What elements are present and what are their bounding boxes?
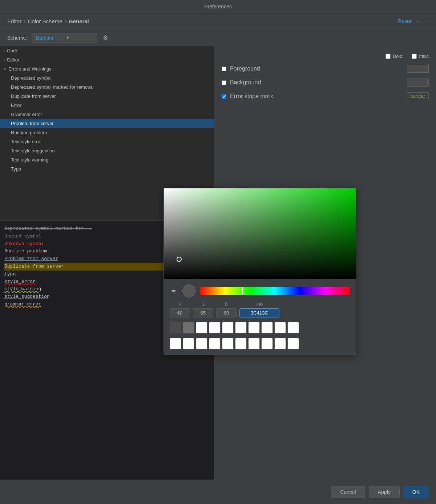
ok-button[interactable]: OK xyxy=(403,486,429,498)
nav-arrows: ← → xyxy=(415,18,429,24)
bold-checkbox[interactable] xyxy=(385,54,391,59)
reset-button[interactable]: Reset xyxy=(398,18,411,24)
swatch-row-2 xyxy=(170,338,350,349)
tree-label-text-style-warning: Text style warning xyxy=(11,157,48,163)
tree-label-typo: Typo xyxy=(11,166,21,172)
swatch-row2-8[interactable] xyxy=(261,338,273,349)
brightness-layer xyxy=(164,188,356,279)
hex-channel-group: Hex xyxy=(239,302,279,317)
error-stripe-value: 3C413C xyxy=(411,94,425,99)
breadcrumb-bar: Editor › Color Scheme › General Reset ← … xyxy=(0,13,436,29)
swatch-row2-5[interactable] xyxy=(222,338,234,349)
tree-label-problem-from-server: Problem from server xyxy=(11,121,54,126)
b-input[interactable] xyxy=(216,308,237,317)
error-stripe-swatch[interactable]: 3C413C xyxy=(407,92,429,100)
breadcrumb-color-scheme[interactable]: Color Scheme xyxy=(28,18,62,24)
scheme-dropdown[interactable]: Darcula ▼ xyxy=(32,33,97,43)
tree-item-grammar-error[interactable]: Grammar error xyxy=(0,110,214,119)
italic-label: Italic xyxy=(419,53,429,59)
breadcrumb-general[interactable]: General xyxy=(69,18,89,24)
swatch-white-3[interactable] xyxy=(222,322,234,333)
nav-forward-button[interactable]: → xyxy=(423,18,429,24)
foreground-color-swatch[interactable] xyxy=(407,65,429,73)
swatch-dark-gray[interactable] xyxy=(170,322,181,333)
expand-icon-code: › xyxy=(4,49,5,53)
gear-button[interactable]: ⚙ xyxy=(101,33,109,43)
background-checkbox[interactable] xyxy=(222,80,226,85)
picker-controls: ✒ R G B xyxy=(164,279,356,355)
swatch-white-7[interactable] xyxy=(274,322,286,333)
tree-item-text-style-warning[interactable]: Text style warning xyxy=(0,155,214,164)
scheme-label: Scheme: xyxy=(7,35,27,41)
error-stripe-label: Error stripe mark xyxy=(230,93,273,100)
hex-label: Hex xyxy=(255,302,263,307)
tree-item-duplicate-server[interactable]: Duplicate from server xyxy=(0,92,214,101)
swatch-row2-10[interactable] xyxy=(287,338,299,349)
swatch-row2-3[interactable] xyxy=(196,338,207,349)
swatch-row-1 xyxy=(170,322,350,333)
foreground-checkbox[interactable] xyxy=(222,67,226,71)
breadcrumb-sep-1: › xyxy=(24,18,25,24)
picker-row2: R G B Hex xyxy=(170,302,350,317)
swatch-white-2[interactable] xyxy=(209,322,221,333)
tree-item-deprecated-removal[interactable]: Deprecated symbol marked for removal xyxy=(0,83,214,92)
apply-button[interactable]: Apply xyxy=(369,486,400,498)
tree-label-error: Error xyxy=(11,103,21,108)
bold-label: Bold xyxy=(393,53,402,59)
swatch-white-8[interactable] xyxy=(287,322,299,333)
swatch-row2-7[interactable] xyxy=(248,338,260,349)
tree-item-errors-warnings[interactable]: ∨ Errors and Warnings xyxy=(0,64,214,73)
bold-checkbox-label[interactable]: Bold xyxy=(385,53,402,59)
foreground-label: Foreground xyxy=(230,65,260,72)
swatch-white-4[interactable] xyxy=(235,322,247,333)
color-gradient-canvas[interactable] xyxy=(164,188,356,279)
italic-checkbox[interactable] xyxy=(412,54,417,59)
swatch-row2-1[interactable] xyxy=(170,338,181,349)
swatch-row2-9[interactable] xyxy=(274,338,286,349)
titlebar: Preferences xyxy=(0,0,436,13)
hue-slider[interactable] xyxy=(200,287,350,295)
g-input[interactable] xyxy=(193,308,213,317)
tree-item-editor[interactable]: › Editor xyxy=(0,55,214,64)
scheme-value: Darcula xyxy=(36,35,63,41)
r-input[interactable] xyxy=(170,308,190,317)
r-label: R xyxy=(178,302,182,307)
tree-item-problem-from-server[interactable]: Problem from server xyxy=(0,119,214,128)
swatch-row2-2[interactable] xyxy=(183,338,194,349)
background-color-swatch[interactable] xyxy=(407,79,429,87)
b-label: B xyxy=(225,302,228,307)
tree-item-typo[interactable]: Typo xyxy=(0,164,214,173)
g-label: G xyxy=(201,302,205,307)
italic-checkbox-label[interactable]: Italic xyxy=(412,53,429,59)
hex-input[interactable] xyxy=(239,308,279,317)
breadcrumb-sep-2: › xyxy=(65,18,66,24)
hue-triangle-marker xyxy=(327,188,334,189)
cancel-button[interactable]: Cancel xyxy=(331,486,365,498)
swatch-white-6[interactable] xyxy=(261,322,273,333)
scheme-row: Scheme: Darcula ▼ ⚙ xyxy=(0,29,436,46)
error-stripe-checkbox[interactable] xyxy=(222,94,226,99)
tree-item-deprecated-symbol[interactable]: Deprecated symbol xyxy=(0,73,214,83)
tree-label-deprecated-removal: Deprecated symbol marked for removal xyxy=(11,84,94,90)
tree-item-code[interactable]: › Code xyxy=(0,46,214,55)
swatch-row2-6[interactable] xyxy=(235,338,247,349)
foreground-row: Foreground xyxy=(222,65,429,73)
r-channel-group: R xyxy=(170,302,190,317)
tree-label-grammar-error: Grammar error xyxy=(11,112,42,117)
tree-label-duplicate-server: Duplicate from server xyxy=(11,93,56,99)
tree-item-runtime-problem[interactable]: Runtime problem xyxy=(0,128,214,137)
eyedropper-button[interactable]: ✒ xyxy=(170,285,178,296)
titlebar-title: Preferences xyxy=(204,4,231,9)
tree-item-error[interactable]: Error xyxy=(0,101,214,110)
tree-label-text-style-suggestion: Text style suggestion xyxy=(11,148,55,153)
swatch-medium-gray[interactable] xyxy=(183,322,194,333)
breadcrumb-editor[interactable]: Editor xyxy=(7,18,21,24)
swatch-row2-4[interactable] xyxy=(209,338,221,349)
tree-item-text-style-suggestion[interactable]: Text style suggestion xyxy=(0,146,214,155)
tree-item-text-style-error[interactable]: Text style error xyxy=(0,137,214,146)
swatch-white-1[interactable] xyxy=(196,322,207,333)
background-label: Background xyxy=(230,79,261,86)
swatch-white-5[interactable] xyxy=(248,322,260,333)
tree-label-editor: Editor xyxy=(7,57,19,63)
nav-back-button[interactable]: ← xyxy=(415,18,421,24)
